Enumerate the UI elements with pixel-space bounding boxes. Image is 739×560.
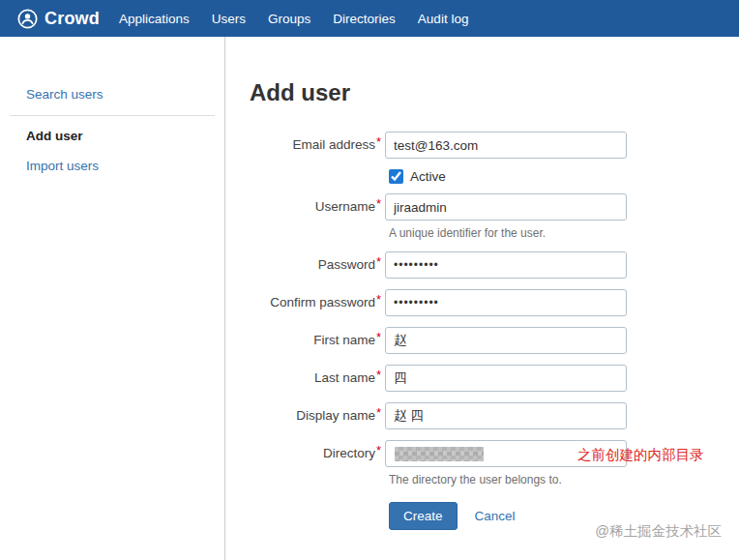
email-row: Email address*	[250, 132, 739, 159]
required-marker: *	[376, 443, 381, 457]
last-name-label-text: Last name	[314, 370, 375, 385]
required-marker: *	[376, 134, 381, 149]
nav-item-audit-log[interactable]: Audit log	[418, 12, 469, 26]
password-row: Password*	[250, 251, 739, 279]
cancel-link[interactable]: Cancel	[475, 509, 516, 523]
username-label: Username*	[250, 193, 385, 221]
crowd-logo[interactable]: Crowd	[17, 9, 100, 29]
username-label-text: Username	[315, 199, 375, 214]
nav-item-directories[interactable]: Directories	[333, 12, 396, 26]
required-marker: *	[376, 196, 381, 211]
main-content: Add user Email address* Active Username*…	[226, 37, 739, 560]
display-name-label-text: Display name	[296, 408, 375, 423]
confirm-password-label: Confirm password*	[250, 289, 385, 316]
first-name-input[interactable]	[385, 327, 627, 354]
confirm-password-row: Confirm password*	[250, 289, 739, 316]
password-label-text: Password	[318, 257, 375, 272]
nav-item-groups[interactable]: Groups	[268, 12, 310, 26]
sidebar-separator	[10, 115, 215, 116]
directory-annotation: 之前创建的内部目录	[577, 446, 704, 464]
sidebar-item-add-user[interactable]: Add user	[0, 125, 224, 147]
directory-label-text: Directory	[323, 446, 375, 460]
crowd-logo-icon	[17, 9, 38, 29]
username-help: A unique identifier for the user.	[389, 226, 739, 240]
email-label: Email address*	[250, 132, 385, 159]
username-row: Username*	[250, 193, 739, 221]
confirm-password-label-text: Confirm password	[270, 295, 375, 309]
active-label: Active	[410, 169, 446, 184]
active-row: Active	[389, 169, 739, 184]
last-name-row: Last name*	[250, 365, 739, 392]
sidebar-item-search-users[interactable]: Search users	[0, 83, 224, 105]
required-marker: *	[376, 330, 381, 344]
directory-label: Directory*	[250, 440, 385, 467]
page-title: Add user	[250, 79, 739, 106]
brand-name: Crowd	[44, 9, 100, 29]
display-name-row: Display name*	[250, 402, 739, 429]
top-nav: Crowd Applications Users Groups Director…	[0, 0, 739, 37]
required-marker: *	[376, 368, 381, 382]
nav-item-applications[interactable]: Applications	[119, 12, 190, 26]
first-name-row: First name*	[250, 327, 739, 354]
display-name-input[interactable]	[385, 402, 627, 429]
required-marker: *	[376, 254, 381, 269]
active-checkbox[interactable]	[389, 169, 403, 184]
username-input[interactable]	[385, 193, 627, 221]
add-user-form: Email address* Active Username* A unique…	[250, 132, 739, 530]
sidebar-item-import-users[interactable]: Import users	[0, 155, 224, 177]
email-label-text: Email address	[292, 137, 375, 152]
nav-item-users[interactable]: Users	[212, 12, 246, 26]
password-label: Password*	[250, 251, 385, 279]
required-marker: *	[376, 292, 381, 307]
last-name-label: Last name*	[250, 365, 385, 392]
confirm-password-input[interactable]	[385, 289, 627, 316]
first-name-label: First name*	[250, 327, 385, 354]
redacted-directory-value	[395, 447, 484, 461]
sidebar: Search users Add user Import users	[0, 37, 225, 560]
required-marker: *	[376, 405, 381, 420]
create-button[interactable]: Create	[389, 502, 458, 530]
directory-row: Directory* 之前创建的内部目录	[250, 440, 739, 467]
first-name-label-text: First name	[313, 333, 375, 347]
watermark: @稀土掘金技术社区	[595, 522, 722, 541]
last-name-input[interactable]	[385, 365, 627, 392]
display-name-label: Display name*	[250, 402, 385, 429]
directory-help: The directory the user belongs to.	[389, 473, 739, 486]
nav-items: Applications Users Groups Directories Au…	[119, 12, 468, 26]
email-input[interactable]	[385, 132, 627, 159]
password-input[interactable]	[385, 251, 627, 279]
